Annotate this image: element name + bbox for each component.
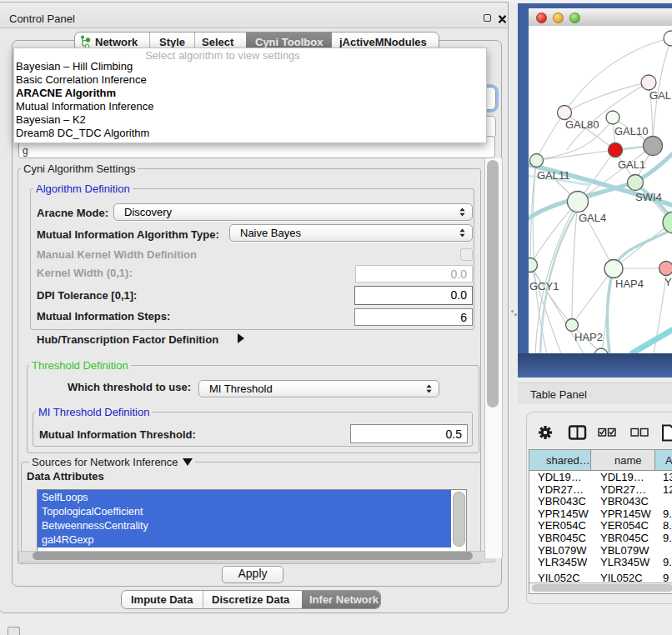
svg-text:GCY1: GCY1 — [529, 280, 559, 292]
svg-text:Y: Y — [664, 276, 672, 288]
svg-text:GAL4: GAL4 — [579, 212, 606, 224]
svg-text:GAL11: GAL11 — [537, 169, 570, 182]
svg-text:GAL1: GAL1 — [618, 158, 645, 171]
svg-text:HAP2: HAP2 — [574, 331, 603, 343]
svg-text:GAL80: GAL80 — [565, 118, 599, 131]
svg-text:SWI4: SWI4 — [635, 191, 662, 203]
svg-text:GAL: GAL — [649, 89, 671, 102]
svg-text:GAL10: GAL10 — [614, 125, 648, 138]
svg-text:HAP4: HAP4 — [615, 278, 644, 290]
